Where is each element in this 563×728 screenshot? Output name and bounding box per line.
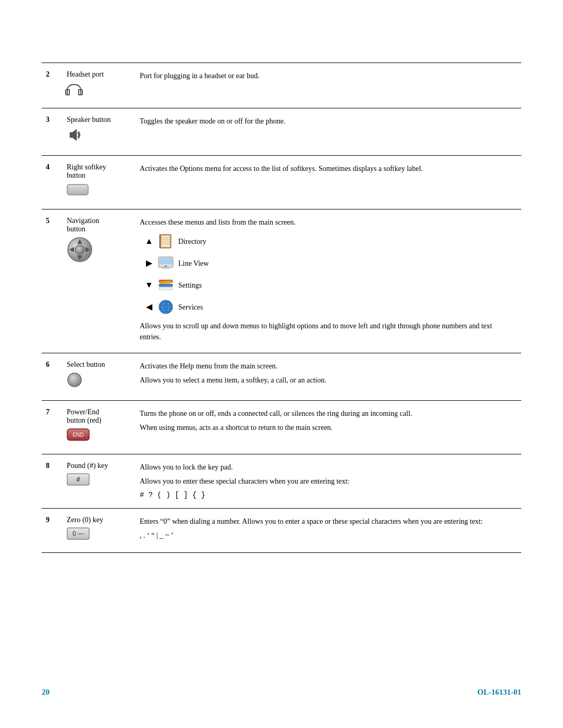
row-num-text: 5 [46, 217, 50, 225]
nav-item-lineview: ▶ Line View [145, 255, 515, 272]
globe-icon [157, 299, 174, 315]
row-name: Select button [60, 353, 133, 401]
desc-text-2: Allows you to enter these special charac… [140, 476, 515, 487]
row-name: Speaker button [60, 108, 133, 156]
feature-name: Zero (0) key [67, 516, 103, 524]
icon-container [67, 180, 127, 202]
row-desc: Allows you to lock the key pad. Allows y… [133, 454, 521, 509]
feature-name: Right softkey [67, 163, 106, 171]
svg-marker-0 [70, 129, 77, 141]
zero-key-icon: 0 — [67, 527, 90, 540]
desc-text-1: Activates the Help menu from the main sc… [140, 361, 515, 372]
nav-button-icon [67, 237, 93, 263]
feature-name2: button [67, 171, 85, 179]
row-desc: Toggles the speaker mode on or off for t… [133, 108, 521, 156]
services-label: Services [178, 302, 203, 313]
desc-text-1: Allows you to lock the key pad. [140, 462, 515, 473]
row-num-text: 7 [46, 408, 50, 416]
svg-point-17 [165, 265, 167, 267]
icon-container: 0 — [67, 524, 127, 545]
pound-key-icon: # [67, 473, 90, 486]
icon-container [67, 233, 127, 268]
row-num-text: 4 [46, 163, 50, 171]
power-button-icon: END [67, 428, 90, 441]
row-desc: Activates the Options menu for access to… [133, 156, 521, 209]
row-num-text: 8 [46, 462, 50, 470]
page: 2 Headset port Port for plugging in a he… [0, 0, 563, 728]
table-row: 6 Select button [42, 353, 521, 401]
row-desc: Enters “0” when dialing a number. Allows… [133, 509, 521, 553]
speaker-icon [67, 127, 82, 143]
nav-item-services: ◀ Services [145, 299, 515, 315]
doc-number: OL-16131-01 [478, 688, 521, 697]
table-row: 2 Headset port Port for plugging in a he… [42, 63, 521, 108]
row-name: Pound (#) key # [60, 454, 133, 509]
lineview-label: Line View [178, 258, 209, 269]
row-name: Power/End button (red) END [60, 401, 133, 454]
svg-rect-16 [160, 258, 172, 264]
row-number: 8 [42, 454, 60, 509]
icon-container [67, 79, 127, 101]
settings-label: Settings [178, 280, 202, 291]
icon-container [67, 124, 127, 148]
desc-text-2: Allows you to select a menu item, a soft… [140, 375, 515, 386]
select-button-icon [67, 372, 82, 388]
row-number: 3 [42, 108, 60, 156]
row-number: 5 [42, 209, 60, 353]
desc-text: Port for plugging in a headset or ear bu… [140, 72, 260, 80]
table-row: 4 Right softkey button [42, 156, 521, 209]
softkey-icon [67, 183, 89, 196]
row-number: 4 [42, 156, 60, 209]
row-desc: Turns the phone on or off, ends a connec… [133, 401, 521, 454]
settings-icon [157, 277, 174, 293]
svg-rect-18 [162, 267, 170, 269]
right-arrow-icon: ▶ [145, 257, 153, 269]
svg-rect-22 [159, 287, 173, 290]
directory-label: Directory [178, 236, 206, 247]
svg-point-7 [75, 245, 84, 254]
nav-item-directory: ▲ Directory [145, 233, 515, 250]
svg-rect-9 [161, 236, 170, 247]
desc-text: Toggles the speaker mode on or off for t… [140, 117, 285, 125]
svg-text:0 —: 0 — [72, 530, 84, 537]
row-desc: Accesses these menus and lists from the … [133, 209, 521, 353]
phone-icon [157, 255, 174, 272]
icon-container: # [67, 470, 127, 491]
special-chars-text: # ? ( ) [ ] { } [140, 490, 515, 501]
row-number: 6 [42, 353, 60, 401]
table-row: 5 Navigation button [42, 209, 521, 353]
nav-item-settings: ▼ Settings [145, 277, 515, 293]
icon-container [67, 369, 127, 393]
page-footer: 20 OL-16131-01 [42, 688, 521, 697]
row-number: 7 [42, 401, 60, 454]
row-name: Zero (0) key 0 — [60, 509, 133, 553]
row-name: Right softkey button [60, 156, 133, 209]
headset-icon [67, 84, 81, 95]
row-num-text: 6 [46, 361, 50, 368]
row-num-text: 3 [46, 116, 50, 124]
left-arrow-icon: ◀ [145, 301, 153, 313]
feature-name: Pound (#) key [67, 462, 108, 470]
row-num-text: 2 [46, 70, 50, 78]
desc-after: Allows you to scroll up and down menus t… [140, 320, 515, 342]
svg-rect-21 [159, 284, 173, 287]
feature-name: Navigation [67, 217, 99, 225]
feature-name: Speaker button [67, 116, 111, 124]
desc-text-2: When using menus, acts as a shortcut to … [140, 422, 515, 433]
svg-point-28 [68, 373, 81, 387]
nav-items-list: ▲ Directory [145, 233, 515, 315]
feature-name2: button [67, 225, 85, 233]
down-arrow-icon: ▼ [145, 279, 153, 291]
feature-name: Headset port [67, 70, 104, 78]
up-arrow-icon: ▲ [145, 235, 153, 248]
table-row: 9 Zero (0) key 0 — [42, 509, 521, 553]
icon-container: END [67, 425, 127, 447]
desc-before: Accesses these menus and lists from the … [140, 217, 515, 228]
feature-name2: button (red) [67, 416, 101, 424]
row-name: Headset port [60, 63, 133, 108]
svg-rect-1 [67, 184, 88, 195]
desc-text-1: Enters “0” when dialing a number. Allows… [140, 516, 515, 527]
row-number: 2 [42, 63, 60, 108]
svg-text:END: END [72, 432, 83, 438]
feature-name: Power/End [67, 408, 99, 416]
